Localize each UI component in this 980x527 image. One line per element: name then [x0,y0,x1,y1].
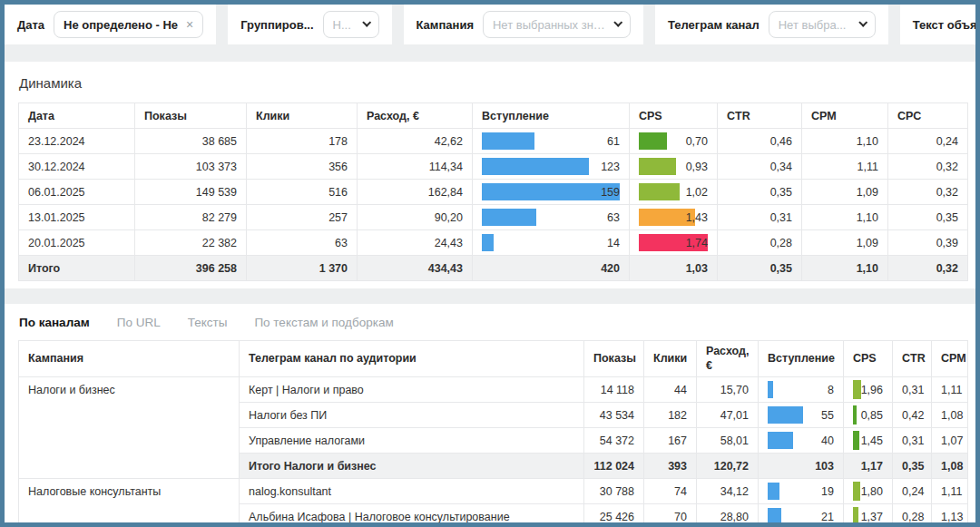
tab-0[interactable]: По каналам [19,316,90,329]
joins-bar [482,209,536,226]
cell-cpc: 0,24 [888,129,968,154]
cell-channel: Управление налогами [240,428,584,454]
cell-cps: 1,74 [630,230,718,256]
cell-shows: 25 426 [584,504,644,527]
cell-ctr: 0,31 [893,377,932,403]
filter-date: Дата Не определено - Не × [5,5,216,44]
cell-ctr: 0,35 [893,454,932,479]
cell-joins: 420 [473,256,630,281]
filter-telegram-channel: Телеграм канал Нет выбра... [655,5,888,44]
cell-cps: 1,02 [630,180,718,205]
cell-ctr: 0,31 [893,428,932,454]
cell-cpc: 0,35 [888,205,968,230]
cell-campaign: Налоговые консультанты [19,479,240,527]
joins-bar [482,234,494,251]
cell-cpc: 0,32 [888,154,968,180]
cell-spend: 34,12 [697,479,759,504]
cell-date: 30.12.2024 [19,154,135,180]
cell-spend: 15,70 [697,377,759,403]
cell-ctr: 0,28 [718,230,802,256]
column-header: CPS [630,103,718,129]
cell-clicks: 257 [247,205,358,230]
column-header: Показы [135,103,247,129]
cell-spend: 434,43 [358,256,473,281]
telegram-channel-select-value: Нет выбра... [779,18,847,32]
filter-grouping: Группиров... Н... [228,5,391,44]
channels-table: КампанияТелеграм канал по аудиторииПоказ… [18,340,968,527]
column-header: Клики [247,103,358,129]
joins-bar [482,183,620,200]
cps-bar [853,482,860,501]
cell-cps: 1,17 [844,454,893,479]
tab-2[interactable]: Тексты [188,316,228,329]
cell-clicks: 356 [247,154,358,180]
cell-shows: 396 258 [135,256,247,281]
cell-shows: 54 372 [584,428,644,454]
filter-separator [216,5,228,44]
grouping-select[interactable]: Н... [323,11,379,38]
cell-spend: 114,34 [358,154,473,180]
cell-ctr: 0,46 [718,129,802,154]
joins-bar [482,132,534,150]
column-header: CPM [802,103,888,129]
column-header: CPC [888,103,968,129]
cell-ctr: 0,35 [718,180,802,205]
cell-ctr: 0,24 [893,479,932,504]
cell-channel: Альбина Исафова | Налоговое консультиров… [240,504,584,527]
cell-cpm: 1,10 [802,205,888,230]
tab-3[interactable]: По текстам и подборкам [254,316,393,329]
telegram-channel-select[interactable]: Нет выбра... [769,11,876,38]
column-header: Показы [584,341,644,377]
cell-joins: 61 [473,129,630,154]
spacer [5,44,975,62]
cell-cpm: 1,07 [932,428,968,454]
tab-1[interactable]: По URL [117,316,161,329]
cell-cps: 1,80 [844,479,893,504]
table-row: Налоговые консультантыnalog.konsultant30… [19,479,968,504]
table-row: Налоги и бизнесКерт | Налоги и право14 1… [19,377,968,403]
cell-spend: 47,01 [697,403,759,428]
cell-shows: 22 382 [135,230,247,256]
column-header: Вступление [473,103,630,129]
cps-bar [853,380,861,399]
cell-joins: 55 [759,403,844,428]
campaign-select[interactable]: Нет выбранных значен... [483,11,631,38]
joins-bar [768,406,803,424]
cell-clicks: 393 [644,454,697,479]
cps-bar [853,431,859,450]
joins-bar [482,158,589,175]
joins-bar [768,483,779,500]
cell-cps: 0,93 [630,154,718,180]
cell-total-label: Итого Налоги и бизнес [240,454,584,479]
cell-clicks: 178 [247,129,358,154]
cell-cpm: 1,11 [802,154,888,180]
joins-bar [768,432,793,449]
cell-spend: 24,43 [358,230,473,256]
column-header: Телеграм канал по аудитории [240,341,584,377]
column-header: CPM [932,341,968,377]
cell-shows: 43 534 [584,403,644,428]
cell-ctr: 0,35 [718,256,802,281]
cell-cpm: 1,11 [932,377,968,403]
cell-cpc: 0,32 [888,256,968,281]
clear-icon[interactable]: × [186,17,193,32]
cell-cps: 1,37 [844,504,893,527]
cell-clicks: 167 [644,428,697,454]
cell-spend: 90,20 [358,205,473,230]
campaign-select-value: Нет выбранных значен... [493,18,605,32]
date-range-chip[interactable]: Не определено - Не × [54,11,203,38]
column-header: Клики [644,341,697,377]
cell-date: 06.01.2025 [19,180,135,205]
channels-header-row: КампанияТелеграм канал по аудиторииПоказ… [19,341,968,377]
filter-separator [392,5,404,44]
filter-bar: Дата Не определено - Не × Группиров... Н… [5,5,975,44]
cps-bar [639,132,667,150]
filter-date-label: Дата [17,18,44,32]
cps-bar [639,158,676,175]
cell-cpm: 1,09 [802,180,888,205]
cell-date: 20.01.2025 [19,230,135,256]
grouping-select-value: Н... [333,18,351,32]
cell-joins: 40 [759,428,844,454]
cell-cpm: 1,10 [802,129,888,154]
cell-shows: 149 539 [135,180,247,205]
